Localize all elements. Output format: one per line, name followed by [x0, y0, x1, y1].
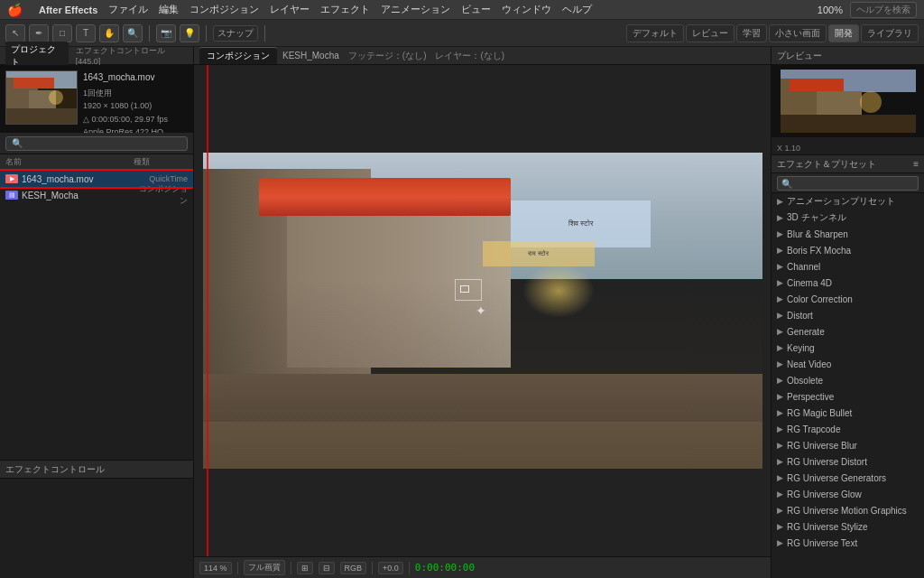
- effects-cat-label-20: RG Universe Stylize: [787, 522, 867, 532]
- effects-cat-rg-trapcode[interactable]: ▶ RG Trapcode: [772, 421, 924, 437]
- tool-hand[interactable]: ✋: [99, 24, 119, 42]
- apple-menu[interactable]: 🍎: [7, 3, 23, 17]
- project-item-1[interactable]: ▤ KESH_Mocha コンポジション: [0, 187, 193, 203]
- workspace-review[interactable]: レビュー: [686, 24, 735, 42]
- comp-tab-active[interactable]: コンポジション: [199, 47, 277, 64]
- vc-sep-1: [237, 562, 238, 574]
- effects-cat-keying[interactable]: ▶ Keying: [772, 340, 924, 356]
- effects-cat-generate[interactable]: ▶ Generate: [772, 323, 924, 340]
- project-search-input[interactable]: [5, 136, 188, 151]
- effects-cat-rg-glow[interactable]: ▶ RG Universe Glow: [772, 486, 924, 502]
- menubar-right: 100% ヘルプを検索: [818, 2, 917, 18]
- project-list: 名前 種類 ▶ 1643_mocha.mov QuickTime ▤ KESH_…: [0, 154, 193, 460]
- tool-pen[interactable]: ✒: [29, 24, 49, 42]
- workspace-default[interactable]: デフォルト: [626, 24, 684, 42]
- item-icon-comp: ▤: [5, 191, 18, 200]
- effects-cat-label-15: RG Universe Blur: [787, 441, 857, 451]
- file-duration: △ 0:00:05:00, 29.97 fps: [83, 113, 188, 126]
- effect-panel-content: [0, 479, 193, 578]
- project-panel: プロジェクト エフェクトコントロール [445.0]: [0, 47, 193, 461]
- vc-channel[interactable]: RGB: [340, 562, 367, 574]
- effects-search-bar: [772, 173, 924, 193]
- effects-cat-channel[interactable]: ▶ Channel: [772, 258, 924, 275]
- effects-cat-label-5: Cinema 4D: [787, 278, 832, 288]
- file-dimensions: 1920 × 1080 (1.00): [83, 99, 188, 112]
- menu-view[interactable]: ビュー: [461, 3, 491, 16]
- effects-panel: エフェクト＆プリセット ≡ ▶ アニメーションプリセット ▶ 3D チャンネル …: [772, 155, 924, 578]
- menu-file[interactable]: ファイル: [108, 3, 148, 16]
- effects-cat-rg-stylize[interactable]: ▶ RG Universe Stylize: [772, 518, 924, 535]
- panel-header-project: プロジェクト エフェクトコントロール [445.0]: [0, 47, 193, 65]
- effects-cat-animation[interactable]: ▶ アニメーションプリセット: [772, 193, 924, 210]
- effect-panel-header: エフェクトコントロール: [0, 461, 193, 479]
- effects-cat-rg-gen[interactable]: ▶ RG Universe Generators: [772, 470, 924, 486]
- tool-zoom[interactable]: 🔍: [123, 24, 143, 42]
- workspace-dev[interactable]: 開発: [828, 24, 859, 42]
- item-type-0: QuickTime: [134, 174, 188, 183]
- tool-text[interactable]: T: [76, 24, 96, 42]
- vc-plus[interactable]: +0.0: [378, 562, 403, 574]
- effects-cat-obsolete[interactable]: ▶ Obsolete: [772, 372, 924, 388]
- vc-grid[interactable]: ⊞: [297, 562, 313, 574]
- effect-control-tab[interactable]: エフェクトコントロール [445.0]: [76, 45, 188, 66]
- arrow-icon-3: ▶: [777, 246, 783, 255]
- app-name: After Effects: [39, 5, 97, 15]
- effects-cat-label-6: Color Correction: [787, 294, 853, 304]
- effects-cat-label-19: RG Universe Motion Graphics: [787, 506, 907, 516]
- preview-title: プレビュー: [777, 50, 822, 62]
- effects-cat-rg-text[interactable]: ▶ RG Universe Text: [772, 535, 924, 551]
- tool-light[interactable]: 💡: [180, 24, 199, 42]
- effects-cat-distort[interactable]: ▶ Distort: [772, 307, 924, 323]
- menu-layer[interactable]: レイヤー: [270, 3, 310, 16]
- arrow-icon-15: ▶: [777, 441, 783, 450]
- vc-quality[interactable]: フル画質: [244, 560, 285, 575]
- effects-cat-perspective[interactable]: ▶ Perspective: [772, 388, 924, 405]
- vc-safe[interactable]: ⊟: [319, 562, 335, 574]
- preview-thumb-svg: [781, 70, 916, 133]
- vc-time: 0:00:00:00: [415, 562, 475, 573]
- effects-cat-color[interactable]: ▶ Color Correction: [772, 291, 924, 307]
- preview-header: プレビュー: [772, 47, 924, 65]
- zoom-level: 100%: [818, 5, 843, 15]
- workspace-switcher: デフォルト レビュー 学習 小さい画面 開発 ライブラリ: [626, 24, 919, 42]
- effects-categories: ▶ アニメーションプリセット ▶ 3D チャンネル ▶ Blur & Sharp…: [772, 193, 924, 551]
- effects-cat-label-14: RG Trapcode: [787, 424, 840, 434]
- workspace-library[interactable]: ライブラリ: [861, 24, 919, 42]
- menu-edit[interactable]: 編集: [159, 3, 179, 16]
- menu-effect[interactable]: エフェクト: [320, 3, 370, 16]
- viewer[interactable]: शिव स्टोर राम स्टोर: [194, 65, 771, 556]
- arrow-icon-18: ▶: [777, 489, 783, 499]
- tool-camera[interactable]: 📷: [156, 24, 176, 42]
- workspace-learn[interactable]: 学習: [736, 24, 767, 42]
- effects-cat-rg-distort[interactable]: ▶ RG Universe Distort: [772, 453, 924, 470]
- help-search[interactable]: ヘルプを検索: [850, 2, 917, 18]
- arrow-icon-10: ▶: [777, 359, 783, 368]
- vc-zoom[interactable]: 114 %: [199, 562, 232, 574]
- effects-cat-rg-motion[interactable]: ▶ RG Universe Motion Graphics: [772, 502, 924, 518]
- arrow-icon-6: ▶: [777, 294, 783, 303]
- effects-search-input[interactable]: [777, 176, 919, 191]
- effects-cat-label-10: Neat Video: [787, 359, 831, 369]
- menu-help[interactable]: ヘルプ: [562, 3, 592, 16]
- effects-cat-rg-magic[interactable]: ▶ RG Magic Bullet: [772, 405, 924, 421]
- effects-panel-menu[interactable]: ≡: [913, 159, 919, 169]
- arrow-icon-20: ▶: [777, 522, 783, 531]
- effects-cat-label-0: アニメーションプリセット: [787, 195, 895, 208]
- tool-select[interactable]: ↖: [5, 24, 25, 42]
- effects-cat-cinema4d[interactable]: ▶ Cinema 4D: [772, 275, 924, 291]
- workspace-small[interactable]: 小さい画面: [769, 24, 827, 42]
- effects-cat-label-2: Blur & Sharpen: [787, 229, 848, 239]
- effects-cat-3dchannel[interactable]: ▶ 3D チャンネル: [772, 210, 924, 226]
- svg-point-6: [49, 90, 63, 105]
- menu-animation[interactable]: アニメーション: [381, 3, 450, 16]
- menu-window[interactable]: ウィンドウ: [502, 3, 551, 16]
- effects-cat-neatvideo[interactable]: ▶ Neat Video: [772, 356, 924, 372]
- arrow-icon-21: ▶: [777, 538, 783, 547]
- menu-composition[interactable]: コンポジション: [189, 3, 259, 16]
- tool-shape[interactable]: □: [52, 24, 72, 42]
- project-file-info: 1643_mocha.mov 1回使用 1920 × 1080 (1.00) △…: [83, 70, 188, 127]
- effects-cat-blur[interactable]: ▶ Blur & Sharpen: [772, 226, 924, 242]
- effects-cat-rg-blur[interactable]: ▶ RG Universe Blur: [772, 437, 924, 453]
- arrow-icon-8: ▶: [777, 327, 783, 336]
- effects-cat-boris[interactable]: ▶ Boris FX Mocha: [772, 242, 924, 258]
